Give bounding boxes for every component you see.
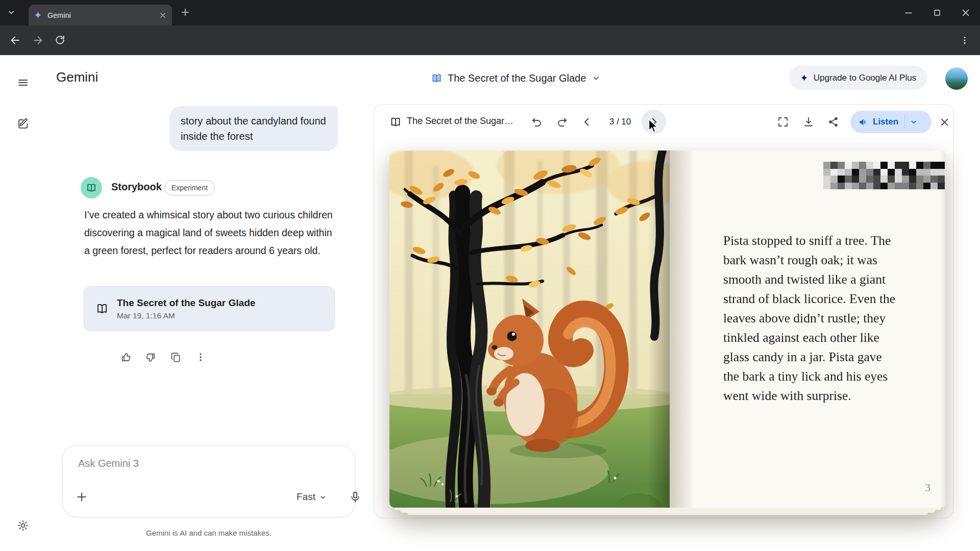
tab-search-icon[interactable] <box>6 7 16 17</box>
browser-toolbar: gemini.google.com/gem/storybook/160e6b2e… <box>0 26 980 55</box>
thumbs-up-icon[interactable] <box>117 349 134 365</box>
upgrade-button[interactable]: Upgrade to Google AI Plus <box>789 66 927 90</box>
speaker-icon <box>858 117 869 128</box>
chat-input[interactable]: Ask Gemini 3 <box>78 458 139 469</box>
illustration-page <box>389 151 670 508</box>
storybook-book-icon <box>86 182 97 193</box>
ai-disclaimer: Gemini is AI and can make mistakes. <box>62 529 355 537</box>
model-selector[interactable]: Fast <box>297 491 327 503</box>
screen: Gemini <box>0 0 980 551</box>
window-maximize-button[interactable] <box>923 0 951 26</box>
viewer-book-icon <box>389 116 402 128</box>
model-label: Fast <box>297 491 315 503</box>
storybook-viewer-panel: The Secret of the Sugar Glade 3 / 10 <box>374 104 953 518</box>
close-viewer-icon[interactable] <box>939 116 950 128</box>
add-attachment-icon[interactable] <box>75 490 88 504</box>
listen-label: Listen <box>873 117 898 127</box>
browser-tab[interactable]: Gemini <box>29 5 172 26</box>
fullscreen-icon[interactable] <box>777 116 789 128</box>
page-stack-edge <box>407 513 928 515</box>
redo-icon[interactable] <box>556 116 568 128</box>
experiment-badge: Experiment <box>164 180 215 195</box>
download-icon[interactable] <box>802 116 815 128</box>
right-page-edge-shadow <box>940 151 946 508</box>
window-controls <box>894 0 980 26</box>
mouse-cursor <box>648 119 661 133</box>
story-title-dropdown[interactable]: The Secret of the Sugar Glade <box>425 66 607 90</box>
sparkle-icon <box>800 73 808 82</box>
chevron-down-icon <box>318 493 327 502</box>
share-icon[interactable] <box>827 116 840 128</box>
listen-button[interactable]: Listen <box>850 111 932 133</box>
viewer-title: The Secret of the Sugar Glade <box>407 116 515 127</box>
listen-divider <box>904 115 905 129</box>
redacted-title-pixelation <box>823 162 945 189</box>
undo-icon[interactable] <box>531 116 543 128</box>
gemini-wordmark: Gemini <box>56 69 98 85</box>
tab-close-icon[interactable] <box>159 11 167 19</box>
tab-title: Gemini <box>47 11 159 19</box>
right-page-spine-shadow <box>670 151 694 508</box>
window-minimize-button[interactable] <box>894 0 923 26</box>
artifact-book-icon <box>95 302 109 315</box>
chevron-down-icon <box>591 73 601 83</box>
new-chat-icon[interactable] <box>17 117 30 130</box>
book-emoji-icon <box>431 72 443 84</box>
story-page-text: Pista stopped to sniff a tree. The bark … <box>723 231 901 406</box>
gemini-favicon <box>34 11 42 19</box>
browser-tabstrip: Gemini <box>0 0 980 26</box>
artifact-title: The Secret of the Sugar Glade <box>117 297 255 309</box>
settings-gear-icon[interactable] <box>17 519 29 532</box>
storybook-avatar <box>81 177 102 198</box>
chat-composer[interactable]: Ask Gemini 3 Fast <box>62 445 355 517</box>
bot-intro-text: I’ve created a whimsical story about two… <box>84 206 337 260</box>
account-avatar[interactable] <box>945 67 968 90</box>
reload-button[interactable] <box>54 34 66 46</box>
listen-voice-chevron-icon[interactable] <box>909 117 918 127</box>
left-page-spine-shadow <box>648 151 670 508</box>
page-number: 3 <box>925 482 931 494</box>
browser-menu-icon[interactable] <box>960 35 970 45</box>
page-indicator: 3 / 10 <box>599 117 642 127</box>
composer-toolbar: Fast <box>63 488 355 509</box>
forest-squirrel-illustration <box>389 151 670 508</box>
prev-page-icon[interactable] <box>581 116 593 128</box>
copy-icon[interactable] <box>167 349 184 365</box>
storybook-artifact-card[interactable]: The Secret of the Sugar Glade Mar 19, 1:… <box>84 286 335 331</box>
more-options-icon[interactable] <box>192 349 209 365</box>
window-close-button[interactable] <box>951 0 980 26</box>
artifact-timestamp: Mar 19, 1:16 AM <box>117 311 255 320</box>
message-actions <box>117 349 209 365</box>
text-page: Pista stopped to sniff a tree. The bark … <box>670 151 946 508</box>
book-spread: Pista stopped to sniff a tree. The bark … <box>389 151 946 508</box>
main-menu-icon[interactable] <box>17 77 29 89</box>
story-title: The Secret of the Sugar Glade <box>448 72 586 84</box>
new-tab-button[interactable] <box>180 7 191 18</box>
back-button[interactable] <box>9 34 21 46</box>
upgrade-label: Upgrade to Google AI Plus <box>814 73 916 83</box>
mic-icon[interactable] <box>349 490 362 504</box>
bot-name: Storybook <box>111 181 162 193</box>
user-message-bubble: story about the candyland found inside t… <box>169 106 338 151</box>
thumbs-down-icon[interactable] <box>142 349 159 365</box>
forward-button[interactable] <box>32 34 44 46</box>
